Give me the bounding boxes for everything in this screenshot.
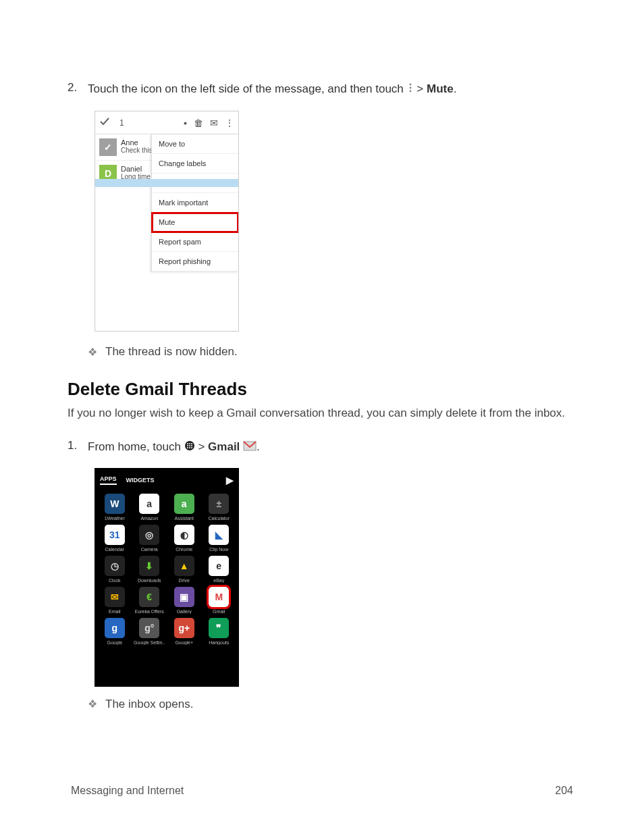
app-google: gGoogle bbox=[99, 618, 131, 645]
svg-point-10 bbox=[187, 447, 188, 448]
app-label: Calculator bbox=[203, 516, 236, 521]
app-icon: ⬇ bbox=[139, 556, 159, 576]
app-icon: W bbox=[105, 494, 125, 514]
app-icon: g° bbox=[139, 618, 159, 638]
step-number: 1. bbox=[68, 439, 81, 455]
app-label: Calendar bbox=[99, 547, 131, 552]
app-icon: ◣ bbox=[209, 525, 229, 545]
svg-point-6 bbox=[191, 443, 192, 444]
app-icon: ◎ bbox=[139, 525, 159, 545]
app-icon: 31 bbox=[105, 525, 125, 545]
app-label: Email bbox=[99, 609, 131, 614]
overflow-icon bbox=[407, 82, 414, 98]
app-google-: g+Google+ bbox=[168, 618, 200, 645]
app-gallery: ▣Gallery bbox=[168, 587, 200, 614]
app-amazon: aAmazon bbox=[134, 494, 166, 521]
gmail-icon bbox=[243, 440, 257, 456]
app-calendar: 31Calendar bbox=[99, 525, 131, 552]
app-icon: ▣ bbox=[174, 587, 194, 607]
gmail-action-bar: 1 ▪ 🗑 ✉ ⋮ bbox=[95, 111, 238, 134]
app-icon: ❞ bbox=[209, 618, 229, 638]
step-2: 2. Touch the icon on the left side of th… bbox=[68, 81, 576, 97]
delete-icon: 🗑 bbox=[194, 118, 203, 128]
avatar: ✓ bbox=[99, 138, 117, 156]
app-icon: g bbox=[105, 618, 125, 638]
app-label: Clip Now bbox=[203, 547, 236, 552]
svg-point-8 bbox=[189, 445, 190, 446]
menu-item: Move to bbox=[152, 134, 238, 154]
step-1: 1. From home, touch > Gmail . bbox=[68, 439, 576, 455]
footer-page-number: 204 bbox=[555, 785, 573, 797]
app-icon: M bbox=[209, 587, 229, 607]
app-icon: € bbox=[139, 587, 159, 607]
step-text: Touch the icon on the left side of the m… bbox=[88, 82, 404, 95]
app-icon: e bbox=[209, 556, 229, 576]
app-label: 1Weather bbox=[99, 516, 131, 521]
archive-icon: ▪ bbox=[184, 118, 187, 128]
svg-point-5 bbox=[189, 443, 190, 444]
app-label: Google+ bbox=[168, 640, 200, 645]
app-icon: ▲ bbox=[174, 556, 194, 576]
svg-point-1 bbox=[409, 86, 411, 88]
step-number: 2. bbox=[68, 81, 81, 97]
app-clip-now: ◣Clip Now bbox=[203, 525, 236, 552]
overflow-menu: Move toChange labelsAdd starMark importa… bbox=[151, 134, 238, 271]
app-google-settin-: g°Google Settin.. bbox=[134, 618, 166, 645]
app-label: eBay bbox=[203, 578, 236, 583]
app-email: ✉Email bbox=[99, 587, 131, 614]
app-drive: ▲Drive bbox=[168, 556, 200, 583]
tab-apps: APPS bbox=[100, 475, 117, 485]
mail-icon: ✉ bbox=[210, 118, 218, 128]
apps-icon bbox=[184, 440, 195, 456]
selection-count: 1 bbox=[119, 118, 124, 128]
app-label: Amazon bbox=[134, 516, 166, 521]
app-hangouts: ❞Hangouts bbox=[203, 618, 236, 645]
app-downloads: ⬇Downloads bbox=[134, 556, 166, 583]
app-icon: ◷ bbox=[105, 556, 125, 576]
svg-point-11 bbox=[189, 447, 190, 448]
app-label: Google bbox=[99, 640, 131, 645]
app-calculator: ±Calculator bbox=[203, 494, 236, 521]
app-1weather: W1Weather bbox=[99, 494, 131, 521]
result-note: ❖ The inbox opens. bbox=[88, 698, 576, 711]
svg-point-9 bbox=[191, 445, 192, 446]
svg-point-2 bbox=[409, 90, 411, 92]
overflow-icon: ⋮ bbox=[225, 118, 234, 128]
app-gmail: MGmail bbox=[203, 587, 236, 614]
svg-point-0 bbox=[409, 83, 411, 85]
app-label: Google Settin.. bbox=[134, 640, 166, 645]
app-chrome: ◐Chrome bbox=[168, 525, 200, 552]
app-label: Hangouts bbox=[203, 640, 236, 645]
note-text: The thread is now hidden. bbox=[105, 345, 238, 359]
nav-bar-hint bbox=[95, 179, 238, 187]
app-label: Clock bbox=[99, 578, 131, 583]
mute-label: Mute bbox=[427, 82, 454, 95]
apps-drawer-screenshot: APPS WIDGETS ▶ W1WeatheraAmazonaAssistan… bbox=[95, 468, 239, 687]
check-icon bbox=[99, 116, 110, 130]
app-label: Eureka Offers bbox=[134, 609, 166, 614]
note-text: The inbox opens. bbox=[105, 698, 193, 711]
menu-item: Report spam bbox=[152, 232, 238, 252]
app-icon: a bbox=[139, 494, 159, 514]
gt: > bbox=[417, 82, 423, 95]
section-heading: Delete Gmail Threads bbox=[68, 379, 576, 400]
app-clock: ◷Clock bbox=[99, 556, 131, 583]
app-label: Drive bbox=[168, 578, 200, 583]
app-ebay: eeBay bbox=[203, 556, 236, 583]
menu-item: Mark important bbox=[152, 193, 238, 213]
menu-item: Report phishing bbox=[152, 252, 238, 271]
app-label: Assistant bbox=[168, 516, 200, 521]
app-camera: ◎Camera bbox=[134, 525, 166, 552]
apps-tabs: APPS WIDGETS ▶ bbox=[99, 472, 235, 488]
gt: > bbox=[198, 440, 205, 453]
app-label: Gallery bbox=[168, 609, 200, 614]
diamond-bullet-icon: ❖ bbox=[88, 346, 97, 359]
gmail-label: Gmail bbox=[208, 440, 240, 453]
app-assistant: aAssistant bbox=[168, 494, 200, 521]
footer-section: Messaging and Internet bbox=[71, 785, 184, 797]
app-eureka-offers: €Eureka Offers bbox=[134, 587, 166, 614]
svg-point-12 bbox=[191, 447, 192, 448]
app-label: Gmail bbox=[203, 609, 236, 614]
step-body: Touch the icon on the left side of the m… bbox=[88, 81, 456, 97]
result-note: ❖ The thread is now hidden. bbox=[88, 345, 576, 359]
